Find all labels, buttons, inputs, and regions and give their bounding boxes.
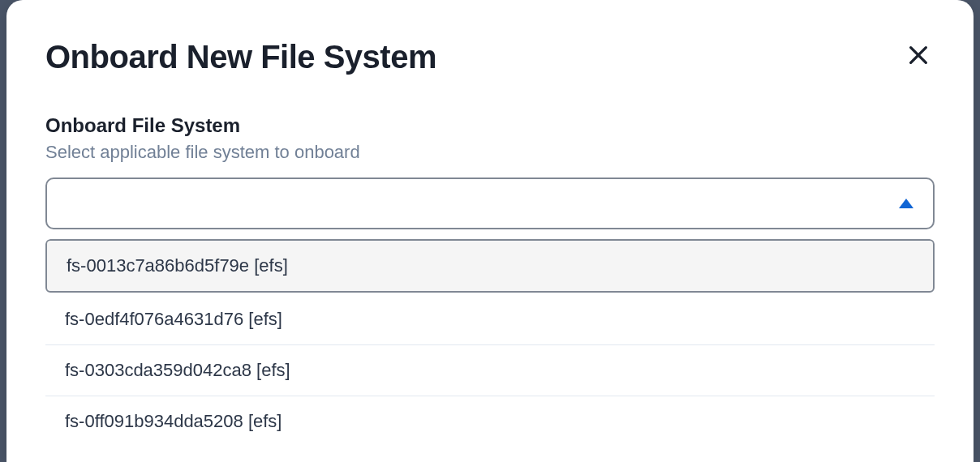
onboard-modal: Onboard New File System Onboard File Sys… <box>6 0 974 462</box>
dropdown-option[interactable]: fs-0edf4f076a4631d76 [efs] <box>45 294 935 345</box>
chevron-up-icon <box>899 199 913 208</box>
modal-header: Onboard New File System <box>45 39 935 75</box>
filesystem-dropdown: fs-0013c7a86b6d5f79e [efs]fs-0edf4f076a4… <box>45 239 935 447</box>
close-icon <box>905 42 931 68</box>
dropdown-option[interactable]: fs-0013c7a86b6d5f79e [efs] <box>45 239 935 293</box>
filesystem-select-section: Onboard File System Select applicable fi… <box>45 114 935 447</box>
section-label: Onboard File System <box>45 114 935 137</box>
close-button[interactable] <box>902 39 935 71</box>
modal-title: Onboard New File System <box>45 39 436 75</box>
filesystem-select[interactable] <box>45 178 935 229</box>
dropdown-option[interactable]: fs-0303cda359d042ca8 [efs] <box>45 345 935 396</box>
dropdown-option[interactable]: fs-0ff091b934dda5208 [efs] <box>45 396 935 447</box>
section-helper: Select applicable file system to onboard <box>45 142 935 163</box>
